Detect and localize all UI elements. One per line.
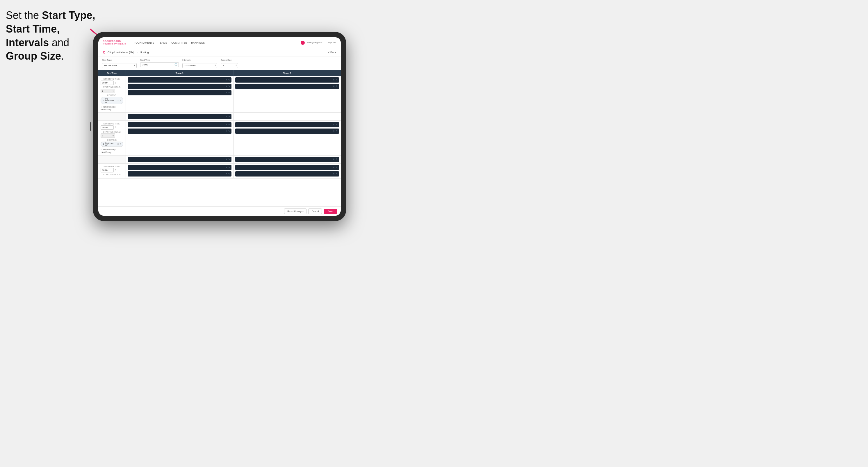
course-tag-2: 🏛 East Lake GC ✕ ✎ <box>101 142 123 147</box>
intervals-label: Intervals <box>182 59 217 61</box>
course-label-1: COURSE: <box>101 94 123 96</box>
group-row-1: STARTING TIME: ⏱ STARTING HOLE: 1 10 <box>98 76 341 113</box>
edit-icon-2-2[interactable]: ✎ <box>336 85 338 88</box>
g2-player-row-1-1: ✕ ✎ <box>128 122 231 127</box>
nav-committee[interactable]: COMMITTEE <box>171 41 187 44</box>
remove-course-2[interactable]: ✕ <box>117 143 119 146</box>
intervals-select[interactable]: 10 Minutes 8 Minutes 12 Minutes <box>182 63 217 68</box>
nav-rankings[interactable]: RANKINGS <box>191 41 205 44</box>
edit-course-1[interactable]: ✎ <box>120 99 122 102</box>
team2-col-3: ✕ ✎ ✕ ✎ <box>234 164 341 178</box>
clock-icon: 🕐 <box>175 63 177 66</box>
g3-close-1-1[interactable]: ✕ <box>225 166 227 169</box>
remove-icon-1: ○ <box>101 106 102 108</box>
extra-close-1[interactable]: ✕ <box>225 116 227 118</box>
g3-close-1-2[interactable]: ✕ <box>225 173 227 175</box>
group-row-3: STARTING TIME: ⏱ STARTING HOLE: ✕ ✎ ✕ ✎ <box>98 164 341 179</box>
nav-right: blair@clippd.io | Sign out <box>301 41 336 45</box>
cancel-button[interactable]: Cancel <box>308 209 322 214</box>
team2-header: Team 2 <box>234 70 341 76</box>
instruction-text: Set the Start Type, Start Time, Interval… <box>6 9 96 63</box>
nav-tournaments[interactable]: TOURNAMENTS <box>134 41 154 44</box>
g3-edit-1-1[interactable]: ✎ <box>228 166 230 169</box>
g3-edit-1-2[interactable]: ✎ <box>228 173 230 175</box>
sub-navigation: C Clippd Invitational (Me) › Hosting < B… <box>98 48 341 56</box>
extra2-close-1[interactable]: ✕ <box>225 158 227 160</box>
g2-edit-1-1[interactable]: ✎ <box>228 124 230 126</box>
close-icon-2-1[interactable]: ✕ <box>333 79 335 81</box>
starting-time-input-3[interactable] <box>101 168 114 173</box>
group-size-label: Group Size <box>221 59 238 61</box>
team1-header: Team 1 <box>126 70 234 76</box>
remove-group-1[interactable]: ○ Remove Group <box>101 106 123 108</box>
extra2-edit-1[interactable]: ✎ <box>228 158 230 160</box>
g3-close-2-2[interactable]: ✕ <box>333 173 335 175</box>
sign-out-link[interactable]: Sign out <box>328 41 336 44</box>
team2-col-1: ✕ ✎ ✕ ✎ <box>234 76 341 112</box>
starting-time-input-1[interactable] <box>101 81 114 85</box>
breadcrumb[interactable]: Clippd Invitational (Me) <box>107 51 134 54</box>
g3-close-2-1[interactable]: ✕ <box>333 166 335 169</box>
tablet-device: SCOREBOARD Powered by clipp.io TOURNAMEN… <box>93 32 346 221</box>
tee-extra-col <box>98 113 126 120</box>
user-email: blair@clippd.io <box>307 41 322 44</box>
g2-edit-1-2[interactable]: ✎ <box>228 130 230 132</box>
remove-course-1[interactable]: ✕ <box>117 99 119 102</box>
nav-links: TOURNAMENTS TEAMS COMMITTEE RANKINGS <box>134 41 205 44</box>
starting-hole-select-2[interactable]: 1 10 <box>101 133 115 138</box>
edit-icon-1-3[interactable]: ✎ <box>228 92 230 94</box>
g3-edit-2-1[interactable]: ✎ <box>336 166 338 169</box>
g2-edit-2-1[interactable]: ✎ <box>336 124 338 126</box>
edit-course-2[interactable]: ✎ <box>120 143 122 146</box>
edit-icon-1-1[interactable]: ✎ <box>228 79 230 81</box>
g2-close-1-1[interactable]: ✕ <box>225 124 227 126</box>
group-size-select[interactable]: 3 2 4 <box>221 63 238 68</box>
g2-player-row-2-2: ✕ ✎ <box>235 128 339 134</box>
group-size-select-wrapper: 3 2 4 <box>221 62 238 68</box>
nav-teams[interactable]: TEAMS <box>158 41 167 44</box>
starting-hole-select-1[interactable]: 1 10 <box>101 89 115 93</box>
time-icon-1: ⏱ <box>115 82 117 84</box>
starting-time-label-2: STARTING TIME: <box>101 123 123 125</box>
edit-icon-1-2[interactable]: ✎ <box>228 85 230 88</box>
hosting-label: Hosting <box>140 51 149 54</box>
extra-edit-1[interactable]: ✎ <box>228 116 230 118</box>
group-row-2: STARTING TIME: ⏱ STARTING HOLE: 1 10 <box>98 121 341 156</box>
app-logo: SCOREBOARD Powered by clipp.io <box>103 40 126 45</box>
tee-time-col-2: STARTING TIME: ⏱ STARTING HOLE: 1 10 <box>98 121 126 155</box>
close-icon-1-3[interactable]: ✕ <box>225 92 227 94</box>
close-icon-2-2[interactable]: ✕ <box>333 85 335 88</box>
g3-edit-2-2[interactable]: ✎ <box>336 173 338 175</box>
start-time-input[interactable] <box>140 62 179 67</box>
starting-time-input-2[interactable] <box>101 125 114 130</box>
starting-hole-label-1: STARTING HOLE: <box>101 86 123 88</box>
reset-changes-button[interactable]: Reset Changes <box>284 209 307 214</box>
bottom-bar: Reset Changes Cancel Save <box>98 207 341 216</box>
table-header: Tee Time Team 1 Team 2 <box>98 70 341 76</box>
tablet-side-button <box>90 122 91 131</box>
course-tag-1: 🏳 (A) Peachtree GC ✕ ✎ <box>101 97 123 104</box>
group-actions-1: ○ Remove Group + Add Group <box>101 106 123 111</box>
player-row-2-2: ✕ ✎ <box>235 84 339 89</box>
add-group-1[interactable]: + Add Group <box>101 108 123 111</box>
player-row-1-2: ✕ ✎ <box>128 84 231 89</box>
close-icon-1-2[interactable]: ✕ <box>225 85 227 88</box>
add-group-2[interactable]: + Add Group <box>101 151 123 153</box>
g2-close-2-1[interactable]: ✕ <box>333 124 335 126</box>
close-icon-1-1[interactable]: ✕ <box>225 79 227 81</box>
extra2-close-2[interactable]: ✕ <box>333 158 335 160</box>
g2-close-2-2[interactable]: ✕ <box>333 130 335 132</box>
remove-group-2[interactable]: ○ Remove Group <box>101 149 123 151</box>
extra2-edit-2[interactable]: ✎ <box>336 158 338 160</box>
save-button[interactable]: Save <box>323 209 337 214</box>
g2-player-row-1-2: ✕ ✎ <box>128 128 231 134</box>
starting-hole-label-3: STARTING HOLE: <box>101 174 123 176</box>
course-name-2: East Lake GC <box>105 142 116 146</box>
g3-player-row-1-1: ✕ ✎ <box>128 165 231 170</box>
building-icon-2: 🏛 <box>102 143 104 146</box>
g2-edit-2-2[interactable]: ✎ <box>336 130 338 132</box>
back-button[interactable]: < Back <box>328 51 336 54</box>
edit-icon-2-1[interactable]: ✎ <box>336 79 338 81</box>
start-type-select[interactable]: 1st Tee Start Shotgun Start <box>102 63 137 68</box>
g2-close-1-2[interactable]: ✕ <box>225 130 227 132</box>
